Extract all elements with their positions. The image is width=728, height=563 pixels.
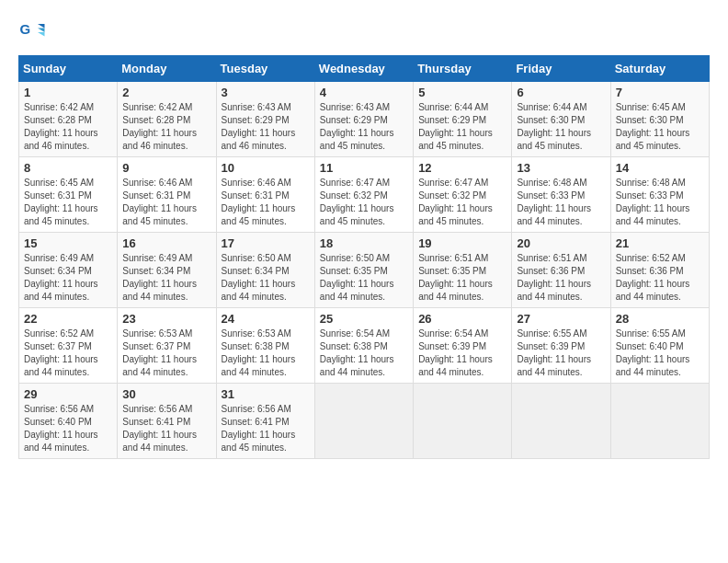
day-info: Sunrise: 6:50 AMSunset: 6:35 PMDaylight:… <box>320 253 394 302</box>
column-header-thursday: Thursday <box>414 56 512 82</box>
day-info: Sunrise: 6:52 AMSunset: 6:36 PMDaylight:… <box>616 253 690 302</box>
calendar-cell: 4 Sunrise: 6:43 AMSunset: 6:29 PMDayligh… <box>314 82 413 157</box>
day-number: 10 <box>222 161 310 175</box>
calendar-cell: 14 Sunrise: 6:48 AMSunset: 6:33 PMDaylig… <box>610 157 709 233</box>
day-info: Sunrise: 6:52 AMSunset: 6:37 PMDaylight:… <box>24 328 98 377</box>
calendar-cell: 18 Sunrise: 6:50 AMSunset: 6:35 PMDaylig… <box>314 233 413 308</box>
day-number: 21 <box>616 236 704 250</box>
day-number: 24 <box>222 312 310 326</box>
day-number: 25 <box>320 312 408 326</box>
day-info: Sunrise: 6:48 AMSunset: 6:33 PMDaylight:… <box>517 178 591 226</box>
calendar-cell: 24 Sunrise: 6:53 AMSunset: 6:38 PMDaylig… <box>216 308 314 384</box>
calendar-cell: 5 Sunrise: 6:44 AMSunset: 6:29 PMDayligh… <box>414 82 512 157</box>
calendar-cell: 1 Sunrise: 6:42 AMSunset: 6:28 PMDayligh… <box>19 82 118 157</box>
day-number: 12 <box>418 161 506 175</box>
calendar-cell: 15 Sunrise: 6:49 AMSunset: 6:34 PMDaylig… <box>19 233 118 308</box>
svg-marker-2 <box>38 29 45 33</box>
day-info: Sunrise: 6:46 AMSunset: 6:31 PMDaylight:… <box>222 178 296 226</box>
day-number: 7 <box>616 86 704 99</box>
calendar-cell: 30 Sunrise: 6:56 AMSunset: 6:41 PMDaylig… <box>118 384 216 459</box>
day-info: Sunrise: 6:43 AMSunset: 6:29 PMDaylight:… <box>320 102 394 151</box>
calendar-cell <box>314 384 413 459</box>
calendar-cell: 17 Sunrise: 6:50 AMSunset: 6:34 PMDaylig… <box>216 233 314 308</box>
calendar-cell: 19 Sunrise: 6:51 AMSunset: 6:35 PMDaylig… <box>414 233 512 308</box>
day-number: 23 <box>122 312 210 326</box>
day-info: Sunrise: 6:51 AMSunset: 6:35 PMDaylight:… <box>418 253 493 302</box>
day-number: 2 <box>122 86 210 99</box>
day-number: 30 <box>122 387 210 401</box>
calendar-cell: 23 Sunrise: 6:53 AMSunset: 6:37 PMDaylig… <box>118 308 216 384</box>
calendar-cell: 20 Sunrise: 6:51 AMSunset: 6:36 PMDaylig… <box>512 233 610 308</box>
calendar-cell <box>610 384 709 459</box>
day-number: 19 <box>418 236 506 250</box>
day-info: Sunrise: 6:42 AMSunset: 6:28 PMDaylight:… <box>24 102 98 151</box>
day-info: Sunrise: 6:45 AMSunset: 6:31 PMDaylight:… <box>24 178 98 226</box>
column-header-tuesday: Tuesday <box>216 56 314 82</box>
day-number: 17 <box>222 236 310 250</box>
calendar-table: SundayMondayTuesdayWednesdayThursdayFrid… <box>18 55 710 459</box>
calendar-cell: 25 Sunrise: 6:54 AMSunset: 6:38 PMDaylig… <box>314 308 413 384</box>
day-info: Sunrise: 6:50 AMSunset: 6:34 PMDaylight:… <box>222 253 296 302</box>
week-row-1: 1 Sunrise: 6:42 AMSunset: 6:28 PMDayligh… <box>19 82 710 157</box>
column-header-saturday: Saturday <box>610 56 709 82</box>
day-number: 4 <box>320 86 408 99</box>
day-number: 22 <box>24 312 112 326</box>
day-info: Sunrise: 6:45 AMSunset: 6:30 PMDaylight:… <box>616 102 690 151</box>
day-number: 16 <box>122 236 210 250</box>
week-row-2: 8 Sunrise: 6:45 AMSunset: 6:31 PMDayligh… <box>19 157 710 233</box>
day-info: Sunrise: 6:56 AMSunset: 6:41 PMDaylight:… <box>122 404 197 453</box>
day-number: 29 <box>24 387 112 401</box>
day-info: Sunrise: 6:46 AMSunset: 6:31 PMDaylight:… <box>122 178 197 226</box>
day-info: Sunrise: 6:54 AMSunset: 6:39 PMDaylight:… <box>418 328 493 377</box>
day-info: Sunrise: 6:56 AMSunset: 6:41 PMDaylight:… <box>222 404 296 453</box>
calendar-cell: 28 Sunrise: 6:55 AMSunset: 6:40 PMDaylig… <box>610 308 709 384</box>
day-number: 9 <box>122 161 210 175</box>
logo: G <box>18 18 48 46</box>
calendar-cell: 21 Sunrise: 6:52 AMSunset: 6:36 PMDaylig… <box>610 233 709 308</box>
svg-text:G: G <box>20 21 31 37</box>
day-info: Sunrise: 6:42 AMSunset: 6:28 PMDaylight:… <box>122 102 197 151</box>
calendar-cell: 26 Sunrise: 6:54 AMSunset: 6:39 PMDaylig… <box>414 308 512 384</box>
calendar-cell <box>512 384 610 459</box>
day-number: 20 <box>517 236 605 250</box>
calendar-cell: 12 Sunrise: 6:47 AMSunset: 6:32 PMDaylig… <box>414 157 512 233</box>
day-number: 3 <box>222 86 310 99</box>
day-number: 27 <box>517 312 605 326</box>
day-info: Sunrise: 6:44 AMSunset: 6:29 PMDaylight:… <box>418 102 493 151</box>
calendar-cell <box>414 384 512 459</box>
day-info: Sunrise: 6:47 AMSunset: 6:32 PMDaylight:… <box>320 178 394 226</box>
day-number: 18 <box>320 236 408 250</box>
column-header-sunday: Sunday <box>19 56 118 82</box>
week-row-4: 22 Sunrise: 6:52 AMSunset: 6:37 PMDaylig… <box>19 308 710 384</box>
calendar-cell: 31 Sunrise: 6:56 AMSunset: 6:41 PMDaylig… <box>216 384 314 459</box>
calendar-cell: 22 Sunrise: 6:52 AMSunset: 6:37 PMDaylig… <box>19 308 118 384</box>
calendar-cell: 11 Sunrise: 6:47 AMSunset: 6:32 PMDaylig… <box>314 157 413 233</box>
day-number: 28 <box>616 312 704 326</box>
calendar-cell: 6 Sunrise: 6:44 AMSunset: 6:30 PMDayligh… <box>512 82 610 157</box>
day-info: Sunrise: 6:56 AMSunset: 6:40 PMDaylight:… <box>24 404 98 453</box>
calendar-header-row: SundayMondayTuesdayWednesdayThursdayFrid… <box>19 56 710 82</box>
calendar-cell: 13 Sunrise: 6:48 AMSunset: 6:33 PMDaylig… <box>512 157 610 233</box>
column-header-monday: Monday <box>118 56 216 82</box>
calendar-cell: 10 Sunrise: 6:46 AMSunset: 6:31 PMDaylig… <box>216 157 314 233</box>
svg-marker-3 <box>38 32 45 37</box>
calendar-cell: 3 Sunrise: 6:43 AMSunset: 6:29 PMDayligh… <box>216 82 314 157</box>
calendar-cell: 9 Sunrise: 6:46 AMSunset: 6:31 PMDayligh… <box>118 157 216 233</box>
day-number: 11 <box>320 161 408 175</box>
day-number: 6 <box>517 86 605 99</box>
calendar-cell: 8 Sunrise: 6:45 AMSunset: 6:31 PMDayligh… <box>19 157 118 233</box>
day-info: Sunrise: 6:51 AMSunset: 6:36 PMDaylight:… <box>517 253 591 302</box>
calendar-cell: 2 Sunrise: 6:42 AMSunset: 6:28 PMDayligh… <box>118 82 216 157</box>
day-info: Sunrise: 6:44 AMSunset: 6:30 PMDaylight:… <box>517 102 591 151</box>
week-row-3: 15 Sunrise: 6:49 AMSunset: 6:34 PMDaylig… <box>19 233 710 308</box>
page-header: G <box>18 18 710 46</box>
calendar-cell: 7 Sunrise: 6:45 AMSunset: 6:30 PMDayligh… <box>610 82 709 157</box>
logo-icon: G <box>18 18 46 46</box>
day-number: 1 <box>24 86 112 99</box>
day-info: Sunrise: 6:54 AMSunset: 6:38 PMDaylight:… <box>320 328 394 377</box>
calendar-cell: 29 Sunrise: 6:56 AMSunset: 6:40 PMDaylig… <box>19 384 118 459</box>
day-number: 31 <box>222 387 310 401</box>
day-info: Sunrise: 6:47 AMSunset: 6:32 PMDaylight:… <box>418 178 493 226</box>
day-info: Sunrise: 6:49 AMSunset: 6:34 PMDaylight:… <box>122 253 197 302</box>
calendar-cell: 27 Sunrise: 6:55 AMSunset: 6:39 PMDaylig… <box>512 308 610 384</box>
